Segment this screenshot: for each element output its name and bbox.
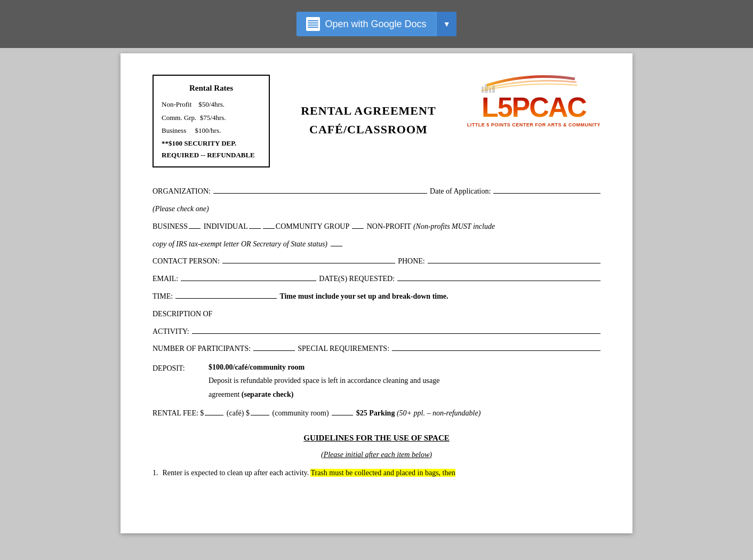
organization-row: ORGANIZATION: Date of Application: (153, 183, 600, 200)
participants-special-row: NUMBER OF PARTICIPANTS: SPECIAL REQUIREM… (153, 341, 600, 357)
dates-label: DATE(S) REQUESTED: (319, 271, 395, 287)
document-title-area: RENTAL AGREEMENT CAFÉ/CLASSROOM (270, 75, 467, 139)
dates-field[interactable] (397, 271, 600, 281)
please-check-row: (Please check one) (153, 201, 600, 218)
contact-field[interactable] (222, 254, 395, 263)
participants-field[interactable] (253, 341, 295, 351)
deposit-label: DEPOSIT: (153, 361, 201, 377)
phone-label: PHONE: (398, 253, 425, 270)
please-check-label: (Please check one) (153, 201, 209, 218)
organization-label: ORGANIZATION: (153, 183, 211, 200)
form-section: ORGANIZATION: Date of Application: (Plea… (153, 183, 600, 479)
activity-field[interactable] (192, 324, 600, 334)
date-of-application-field[interactable] (493, 184, 600, 194)
security-deposit-text: **$100 SECURITY DEP. REQUIRED -- REFUNDA… (162, 138, 261, 161)
document-header: Rental Rates Non-Profit $50/4hrs. Comm. … (153, 75, 600, 167)
document-title-line1: RENTAL AGREEMENT (270, 101, 467, 120)
guidelines-subtitle: (Please initial after each item below) (153, 447, 600, 463)
logo-wrapper: L5PCAC (482, 75, 586, 121)
deposit-separate-check: (separate check) (242, 390, 294, 398)
non-profit-note: (Non-profits MUST include (413, 219, 495, 235)
security-line1: **$100 SECURITY DEP. (162, 138, 261, 149)
open-with-button-group[interactable]: Open with Google Docs ▼ (297, 12, 457, 36)
deposit-detail-line1: Deposit is refundable provided space is … (209, 374, 439, 387)
activity-label: ACTIVITY: (153, 324, 189, 340)
irs-line-label: copy of IRS tax-exempt letter OR Secreta… (153, 236, 343, 253)
irs-line-row: copy of IRS tax-exempt letter OR Secreta… (153, 236, 600, 253)
security-line2: REQUIRED -- REFUNDABLE (162, 149, 261, 161)
time-label: TIME: (153, 289, 173, 305)
logo-area: L5PCAC LITTLE 5 POINTS CENTER FOR ARTS &… (467, 75, 600, 127)
rental-rates-box: Rental Rates Non-Profit $50/4hrs. Comm. … (153, 75, 270, 167)
business-label: BUSINESS INDIVIDUALCOMMUNITY GROUP NON-P… (153, 219, 411, 235)
deposit-details: $100.00/café/community room Deposit is r… (209, 361, 439, 401)
deposit-amount-text: $100.00/café/community room (209, 363, 305, 371)
date-of-application-label: Date of Application: (430, 183, 491, 200)
email-dates-row: EMAIL: DATE(S) REQUESTED: (153, 271, 600, 287)
description-label: DESCRIPTION OF (153, 306, 212, 323)
rate-comm-grp: Comm. Grp. $75/4hrs. (162, 111, 261, 125)
guidelines-title: GUIDELINES FOR THE USE OF SPACE (153, 429, 600, 447)
contact-phone-row: CONTACT PERSON: PHONE: (153, 253, 600, 270)
dropdown-arrow-icon: ▼ (443, 20, 451, 28)
guideline-1-number: 1. (153, 467, 158, 479)
description-label-row: DESCRIPTION OF (153, 306, 600, 323)
time-note: Time must include your set up and break-… (279, 289, 448, 305)
time-field[interactable] (175, 289, 277, 299)
rental-fee-label: RENTAL FEE: $ (café) $ (community room) … (153, 405, 480, 422)
logo-subtitle: LITTLE 5 POINTS CENTER FOR ARTS & COMMUN… (467, 122, 600, 127)
rate-business: Business $100/hrs. (162, 124, 261, 138)
organization-field[interactable] (213, 184, 427, 194)
rental-rates-content: Non-Profit $50/4hrs. Comm. Grp. $75/4hrs… (162, 98, 261, 138)
rental-rates-title: Rental Rates (162, 81, 261, 95)
deposit-detail-line2: agreement (separate check) (209, 388, 439, 401)
open-with-google-docs-button[interactable]: Open with Google Docs (297, 12, 436, 36)
open-with-dropdown-button[interactable]: ▼ (436, 12, 457, 36)
guideline-1-highlighted: Trash must be collected and placed in ba… (310, 469, 455, 477)
open-with-label: Open with Google Docs (325, 19, 427, 30)
time-row: TIME: Time must include your set up and … (153, 289, 600, 305)
deposit-row: DEPOSIT: $100.00/café/community room Dep… (153, 361, 600, 401)
special-req-field[interactable] (392, 341, 600, 351)
logo-swoosh-graphic (482, 75, 578, 93)
guideline-1: 1. Renter is expected to clean up after … (153, 467, 600, 479)
phone-field[interactable] (428, 254, 600, 263)
participants-label: NUMBER OF PARTICIPANTS: (153, 341, 251, 357)
contact-label: CONTACT PERSON: (153, 253, 220, 270)
logo-text: L5PCAC (482, 93, 586, 121)
google-docs-icon (306, 17, 320, 31)
rental-fee-row: RENTAL FEE: $ (café) $ (community room) … (153, 405, 600, 422)
document-title-line2: CAFÉ/CLASSROOM (270, 120, 467, 139)
deposit-amount: $100.00/café/community room (209, 361, 439, 374)
document-body: Rental Rates Non-Profit $50/4hrs. Comm. … (121, 53, 632, 533)
email-field[interactable] (181, 271, 316, 281)
rate-non-profit: Non-Profit $50/4hrs. (162, 98, 261, 111)
special-req-label: SPECIAL REQUIREMENTS: (298, 341, 389, 357)
activity-row: ACTIVITY: (153, 324, 600, 340)
business-type-row: BUSINESS INDIVIDUALCOMMUNITY GROUP NON-P… (153, 219, 600, 235)
email-label: EMAIL: (153, 271, 178, 287)
guideline-1-text: Renter is expected to clean up after eac… (163, 467, 455, 479)
toolbar: Open with Google Docs ▼ (0, 0, 753, 48)
